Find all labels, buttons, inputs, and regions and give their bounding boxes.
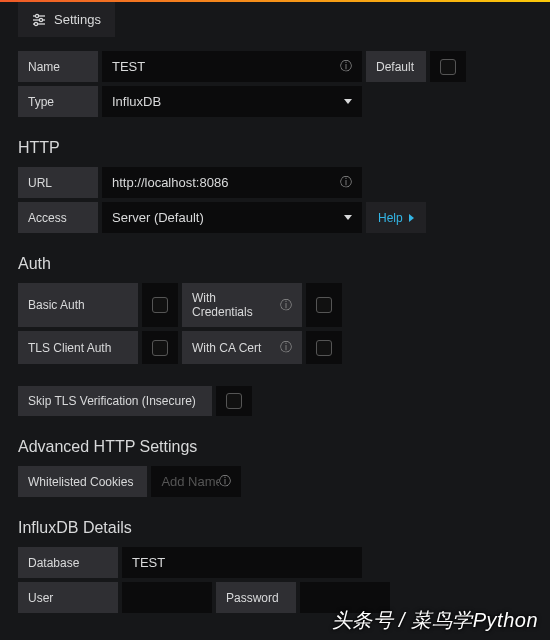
url-label: URL: [18, 167, 98, 198]
skip-tls-label: Skip TLS Verification (Insecure): [18, 386, 212, 416]
info-icon[interactable]: ⓘ: [219, 473, 231, 490]
info-icon[interactable]: ⓘ: [340, 174, 352, 191]
info-icon[interactable]: ⓘ: [280, 339, 292, 356]
skip-tls-checkbox[interactable]: [226, 393, 242, 409]
with-ca-cert-label: With CA Cert ⓘ: [182, 331, 302, 364]
skip-tls-checkbox-wrap[interactable]: [216, 386, 252, 416]
with-ca-cert-checkbox-wrap[interactable]: [306, 331, 342, 364]
user-input-wrap[interactable]: [122, 582, 212, 613]
name-input-wrap[interactable]: ⓘ: [102, 51, 362, 82]
whitelisted-label: Whitelisted Cookies: [18, 466, 147, 497]
user-input[interactable]: [132, 582, 202, 613]
info-icon[interactable]: ⓘ: [280, 297, 292, 314]
access-label: Access: [18, 202, 98, 233]
with-credentials-checkbox[interactable]: [316, 297, 332, 313]
tls-client-auth-checkbox-wrap[interactable]: [142, 331, 178, 364]
url-input[interactable]: [112, 167, 340, 198]
help-button[interactable]: Help: [366, 202, 426, 233]
password-input[interactable]: [310, 582, 380, 613]
auth-section: Auth Basic Auth With Credentials ⓘ TLS C…: [0, 255, 550, 416]
tab-label: Settings: [54, 12, 101, 27]
type-label: Type: [18, 86, 98, 117]
password-input-wrap[interactable]: [300, 582, 390, 613]
basic-auth-checkbox-wrap[interactable]: [142, 283, 178, 327]
advanced-section: Advanced HTTP Settings Whitelisted Cooki…: [0, 438, 550, 497]
auth-title: Auth: [18, 255, 532, 273]
tab-settings[interactable]: Settings: [18, 2, 115, 37]
influx-section: InfluxDB Details Database User Password: [0, 519, 550, 613]
default-checkbox[interactable]: [440, 59, 456, 75]
with-ca-cert-text: With CA Cert: [192, 341, 261, 355]
with-credentials-label: With Credentials ⓘ: [182, 283, 302, 327]
http-title: HTTP: [18, 139, 532, 157]
default-checkbox-wrap[interactable]: [430, 51, 466, 82]
whitelisted-input-wrap[interactable]: ⓘ: [151, 466, 241, 497]
tls-client-auth-checkbox[interactable]: [152, 340, 168, 356]
type-select[interactable]: InfluxDB: [102, 86, 362, 117]
basic-section: Name ⓘ Default Type InfluxDB: [0, 51, 550, 117]
type-value: InfluxDB: [112, 94, 161, 109]
database-label: Database: [18, 547, 118, 578]
user-label: User: [18, 582, 118, 613]
sliders-icon: [32, 13, 46, 27]
advanced-title: Advanced HTTP Settings: [18, 438, 532, 456]
access-select[interactable]: Server (Default): [102, 202, 362, 233]
influx-title: InfluxDB Details: [18, 519, 532, 537]
chevron-down-icon: [344, 215, 352, 220]
with-ca-cert-checkbox[interactable]: [316, 340, 332, 356]
http-section: HTTP URL ⓘ Access Server (Default) Help: [0, 139, 550, 233]
with-credentials-checkbox-wrap[interactable]: [306, 283, 342, 327]
name-label: Name: [18, 51, 98, 82]
database-input-wrap[interactable]: [122, 547, 362, 578]
info-icon[interactable]: ⓘ: [340, 58, 352, 75]
svg-point-1: [35, 14, 38, 17]
basic-auth-checkbox[interactable]: [152, 297, 168, 313]
with-credentials-text: With Credentials: [192, 291, 280, 319]
whitelisted-input[interactable]: [161, 466, 219, 497]
url-input-wrap[interactable]: ⓘ: [102, 167, 362, 198]
default-label: Default: [366, 51, 426, 82]
svg-point-3: [39, 18, 42, 21]
svg-point-5: [34, 22, 37, 25]
database-input[interactable]: [132, 547, 352, 578]
access-value: Server (Default): [112, 210, 204, 225]
basic-auth-label: Basic Auth: [18, 283, 138, 327]
password-label: Password: [216, 582, 296, 613]
name-input[interactable]: [112, 51, 340, 82]
chevron-right-icon: [409, 214, 414, 222]
chevron-down-icon: [344, 99, 352, 104]
tab-bar: Settings: [0, 0, 550, 37]
tls-client-auth-label: TLS Client Auth: [18, 331, 138, 364]
help-label: Help: [378, 211, 403, 225]
